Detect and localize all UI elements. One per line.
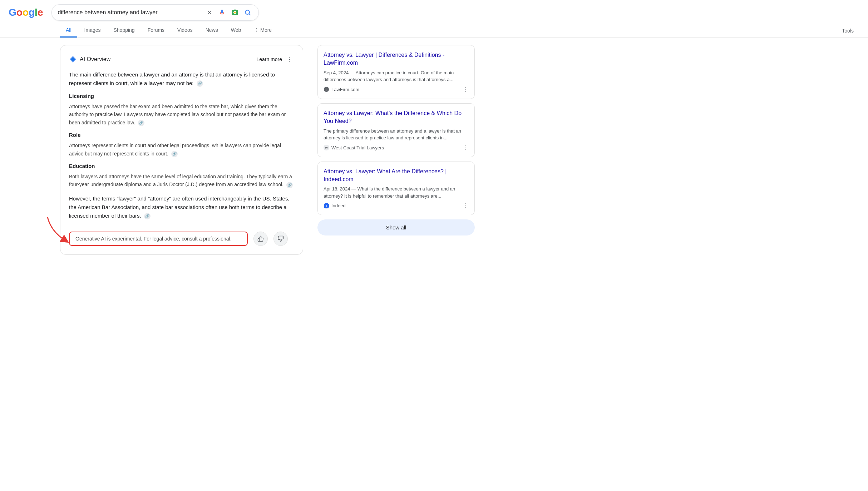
ai-overview-title: AI Overview (69, 55, 110, 63)
source-2-menu-button[interactable]: ⋮ (463, 144, 469, 151)
ai-section-role: Role Attorneys represent clients in cour… (69, 131, 294, 158)
microphone-icon (218, 9, 226, 16)
main-content: AI Overview Learn more ⋮ The main differ… (0, 38, 500, 262)
source-3-menu-button[interactable]: ⋮ (463, 202, 469, 209)
search-box (51, 4, 259, 21)
svg-line-4 (249, 14, 251, 15)
lawfirm-icon: L (324, 87, 329, 92)
thumbs-up-button[interactable] (253, 232, 268, 246)
close-icon (206, 9, 213, 16)
source-1-favicon: L (324, 86, 329, 92)
source-3-meta: i Indeed ⋮ (324, 202, 469, 209)
ai-overview-actions: Learn more ⋮ (256, 54, 294, 65)
ai-disclaimer-text: Generative AI is experimental. For legal… (75, 236, 232, 242)
role-link-icon[interactable]: 🔗 (171, 151, 178, 157)
svg-point-3 (246, 10, 250, 14)
logo-letter-o2: o (23, 7, 29, 18)
right-column: Attorney vs. Lawyer | Differences & Defi… (317, 45, 475, 255)
source-card-3: Attorney vs. Lawyer: What Are the Differ… (317, 162, 475, 215)
source-card-1: Attorney vs. Lawyer | Differences & Defi… (317, 45, 475, 99)
search-button[interactable] (243, 8, 253, 18)
source-2-meta: W West Coast Trial Lawyers ⋮ (324, 144, 469, 151)
education-link-icon[interactable]: 🔗 (286, 182, 293, 188)
tab-forums[interactable]: Forums (142, 24, 170, 38)
ai-section-role-title: Role (69, 131, 294, 139)
tab-more[interactable]: ⋮ More (248, 24, 277, 38)
source-1-site: L LawFirm.com (324, 86, 359, 92)
logo-letter-e: e (38, 7, 43, 18)
ai-section-role-text: Attorneys represent clients in court and… (69, 142, 294, 158)
search-input[interactable] (58, 9, 202, 16)
ai-overview-header: AI Overview Learn more ⋮ (69, 54, 294, 65)
ai-section-education-text: Both lawyers and attorneys have the same… (69, 173, 294, 189)
ai-overview-box: AI Overview Learn more ⋮ The main differ… (60, 45, 303, 255)
ai-section-education-title: Education (69, 162, 294, 170)
logo-letter-g2: g (29, 7, 35, 18)
svg-text:L: L (326, 88, 327, 91)
thumbs-down-icon (277, 235, 284, 242)
ai-disclaimer-box: Generative AI is experimental. For legal… (69, 232, 248, 246)
source-3-snippet: Apr 18, 2024 — What is the difference be… (324, 185, 469, 199)
source-2-site-name: West Coast Trial Lawyers (331, 145, 384, 150)
ai-intro-text: The main difference between a lawyer and… (69, 70, 294, 88)
tab-more-label: More (260, 27, 272, 33)
tab-web[interactable]: Web (225, 24, 247, 38)
source-1-meta: L LawFirm.com ⋮ (324, 86, 469, 93)
closing-link-icon[interactable]: 🔗 (144, 213, 151, 219)
left-column: AI Overview Learn more ⋮ The main differ… (60, 45, 303, 255)
ai-section-licensing-text: Attorneys have passed the bar exam and b… (69, 103, 294, 127)
source-2-favicon: W (324, 145, 329, 150)
source-3-site-name: Indeed (331, 203, 346, 208)
ai-overview-menu-button[interactable]: ⋮ (285, 54, 294, 65)
ai-section-licensing-title: Licensing (69, 92, 294, 100)
camera-icon (231, 9, 238, 16)
google-logo: G o o g l e (9, 7, 43, 18)
ai-diamond-icon (69, 55, 77, 63)
source-1-menu-button[interactable]: ⋮ (463, 86, 469, 93)
show-all-button[interactable]: Show all (317, 219, 475, 235)
voice-search-button[interactable] (217, 8, 227, 18)
image-search-button[interactable] (230, 8, 240, 18)
source-2-snippet: The primary difference between an attorn… (324, 128, 469, 142)
logo-letter-g: G (9, 7, 16, 18)
svg-point-2 (234, 12, 236, 14)
tab-news[interactable]: News (200, 24, 224, 38)
clear-search-button[interactable] (205, 8, 214, 17)
tab-shopping[interactable]: Shopping (108, 24, 140, 38)
ai-footer: Generative AI is experimental. For legal… (69, 232, 294, 246)
source-2-site: W West Coast Trial Lawyers (324, 145, 384, 150)
header: G o o g l e (0, 0, 868, 21)
licensing-link-icon[interactable]: 🔗 (138, 120, 144, 126)
logo-letter-l: l (35, 7, 38, 18)
source-3-title[interactable]: Attorney vs. Lawyer: What Are the Differ… (324, 168, 469, 184)
thumbs-down-button[interactable] (273, 232, 288, 246)
source-1-title[interactable]: Attorney vs. Lawyer | Differences & Defi… (324, 51, 469, 67)
tab-images[interactable]: Images (79, 24, 107, 38)
source-1-site-name: LawFirm.com (331, 87, 359, 92)
ai-closing-text: However, the terms "lawyer" and "attorne… (69, 194, 294, 220)
intro-link-icon[interactable]: 🔗 (197, 80, 203, 87)
source-2-title[interactable]: Attorney vs Lawyer: What's the Differenc… (324, 109, 469, 125)
tab-videos[interactable]: Videos (172, 24, 198, 38)
tools-button[interactable]: Tools (836, 24, 859, 37)
ai-section-licensing: Licensing Attorneys have passed the bar … (69, 92, 294, 127)
source-card-2: Attorney vs Lawyer: What's the Differenc… (317, 103, 475, 157)
source-3-favicon: i (324, 203, 329, 209)
indeed-icon: i (324, 203, 329, 208)
tab-all[interactable]: All (60, 24, 77, 38)
westcoast-icon: W (324, 145, 329, 150)
search-icon (244, 9, 251, 16)
ellipsis-icon: ⋮ (254, 27, 259, 33)
learn-more-link[interactable]: Learn more (256, 56, 282, 62)
nav-tabs: All Images Shopping Forums Videos News W… (0, 21, 868, 38)
ai-overview-label: AI Overview (80, 56, 110, 63)
svg-text:W: W (325, 146, 328, 149)
ai-content: The main difference between a lawyer and… (69, 70, 294, 220)
source-1-snippet: Sep 4, 2024 — Attorneys can practice in … (324, 69, 469, 83)
svg-text:i: i (326, 204, 327, 208)
ai-section-education: Education Both lawyers and attorneys hav… (69, 162, 294, 189)
logo-letter-o1: o (16, 7, 23, 18)
thumbs-up-icon (257, 235, 264, 242)
source-3-site: i Indeed (324, 203, 346, 209)
